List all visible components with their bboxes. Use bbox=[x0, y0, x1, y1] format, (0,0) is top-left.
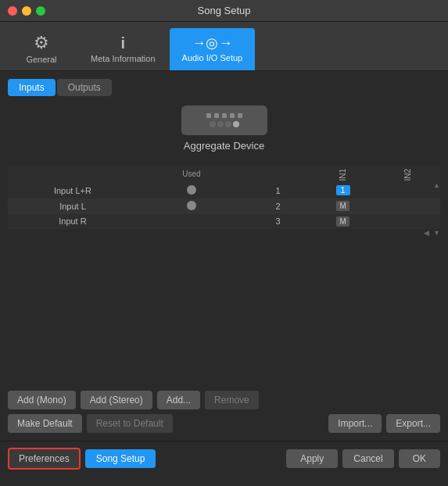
window-controls bbox=[8, 6, 45, 16]
sub-tab-inputs[interactable]: Inputs bbox=[8, 79, 56, 96]
col-header-in1: IN1 bbox=[310, 166, 375, 183]
row-3-label: Input R bbox=[8, 214, 138, 229]
add-mono-button[interactable]: Add (Mono) bbox=[8, 391, 76, 409]
row-3-in1: M bbox=[310, 214, 375, 229]
scroll-down-arrow[interactable]: ▼ bbox=[433, 229, 440, 237]
tab-general-label: General bbox=[26, 55, 56, 64]
scroll-up-arrow[interactable]: ▲ bbox=[433, 181, 440, 189]
row-1-used bbox=[138, 183, 246, 198]
add-button[interactable]: Add... bbox=[157, 391, 200, 409]
window-title: Song Setup bbox=[198, 5, 251, 16]
tab-audio-io-label: Audio I/O Setup bbox=[182, 53, 243, 63]
add-remove-buttons: Add (Mono) Add (Stereo) Add... Remove bbox=[8, 391, 440, 409]
tab-general[interactable]: ⚙ General bbox=[6, 28, 77, 70]
row-3-in2 bbox=[375, 214, 440, 229]
bottom-bar: Preferences Song Setup Apply Cancel OK bbox=[0, 441, 448, 476]
ok-button[interactable]: OK bbox=[399, 449, 440, 468]
maximize-button[interactable] bbox=[36, 6, 45, 16]
row-1-label: Input L+R bbox=[8, 183, 138, 198]
io-table: Used IN1 IN2 Input L+R bbox=[8, 166, 440, 229]
info-icon: i bbox=[120, 35, 125, 51]
row-3-used bbox=[138, 214, 246, 229]
make-default-button[interactable]: Make Default bbox=[8, 414, 82, 433]
sub-tabs-bar: Inputs Outputs bbox=[8, 79, 440, 96]
remove-button[interactable]: Remove bbox=[205, 391, 259, 409]
device-graphic bbox=[181, 105, 267, 135]
main-content: Inputs Outputs bbox=[0, 71, 448, 441]
apply-button[interactable]: Apply bbox=[286, 449, 338, 468]
row-2-label: Input L bbox=[8, 198, 138, 214]
tab-meta-label: Meta Information bbox=[91, 54, 156, 63]
row-1-in2 bbox=[375, 183, 440, 198]
top-tabs-bar: ⚙ General i Meta Information →◎→ Audio I… bbox=[0, 22, 448, 71]
row-2-in2 bbox=[375, 198, 440, 214]
row-1-number: 1 bbox=[246, 183, 310, 198]
col-header-in2: IN2 bbox=[375, 166, 440, 183]
add-stereo-button[interactable]: Add (Stereo) bbox=[81, 391, 152, 409]
tab-meta-information[interactable]: i Meta Information bbox=[78, 28, 168, 70]
reset-to-default-button[interactable]: Reset to Default bbox=[87, 414, 173, 433]
default-import-export-buttons: Make Default Reset to Default Import... … bbox=[8, 414, 440, 433]
sub-tab-outputs[interactable]: Outputs bbox=[57, 79, 112, 96]
table-row: Input L+R 1 1 bbox=[8, 183, 440, 198]
row-3-number: 3 bbox=[246, 214, 310, 229]
minimize-button[interactable] bbox=[22, 6, 31, 16]
audio-io-icon: →◎→ bbox=[192, 36, 232, 50]
close-button[interactable] bbox=[8, 6, 17, 16]
gear-icon: ⚙ bbox=[34, 34, 49, 52]
device-area: Aggregate Device bbox=[8, 105, 440, 158]
preferences-button[interactable]: Preferences bbox=[8, 448, 81, 470]
row-2-used bbox=[138, 198, 246, 214]
table-row: Input L 2 M bbox=[8, 198, 440, 214]
io-table-area: ▲ Used IN1 IN2 bbox=[8, 166, 440, 378]
table-row: Input R 3 M bbox=[8, 214, 440, 229]
scroll-left-arrow[interactable]: ◀ bbox=[424, 229, 429, 237]
row-2-number: 2 bbox=[246, 198, 310, 214]
title-bar: Song Setup bbox=[0, 0, 448, 22]
row-2-in1: M bbox=[310, 198, 375, 214]
sub-tab-outputs-label: Outputs bbox=[68, 82, 101, 93]
cancel-button[interactable]: Cancel bbox=[342, 449, 393, 468]
song-setup-button[interactable]: Song Setup bbox=[85, 449, 156, 468]
import-button[interactable]: Import... bbox=[328, 414, 382, 433]
tab-audio-io-setup[interactable]: →◎→ Audio I/O Setup bbox=[170, 28, 256, 70]
col-header-used: Used bbox=[138, 166, 246, 183]
row-1-in1: 1 bbox=[310, 183, 375, 198]
export-button[interactable]: Export... bbox=[386, 414, 440, 433]
device-name: Aggregate Device bbox=[184, 140, 264, 152]
sub-tab-inputs-label: Inputs bbox=[19, 82, 45, 93]
